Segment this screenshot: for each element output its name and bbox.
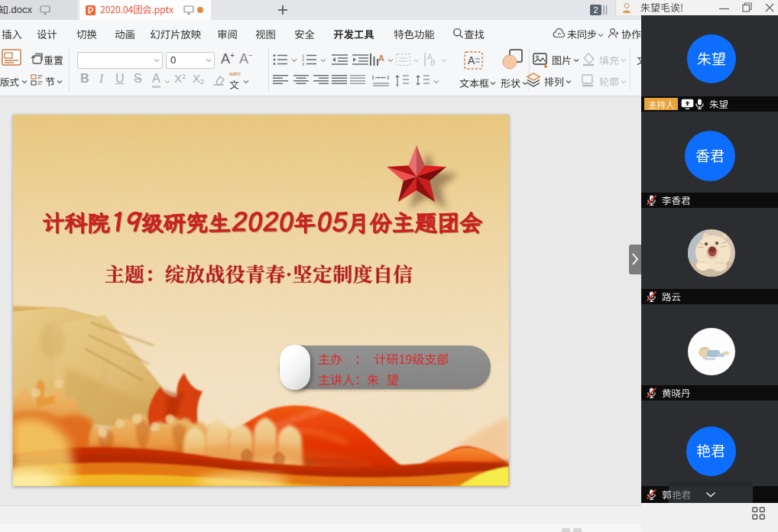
svg-text:B: B [430, 59, 436, 67]
svg-text:A: A [468, 54, 475, 66]
svg-text:3: 3 [302, 62, 304, 66]
svg-text:A: A [378, 54, 384, 63]
